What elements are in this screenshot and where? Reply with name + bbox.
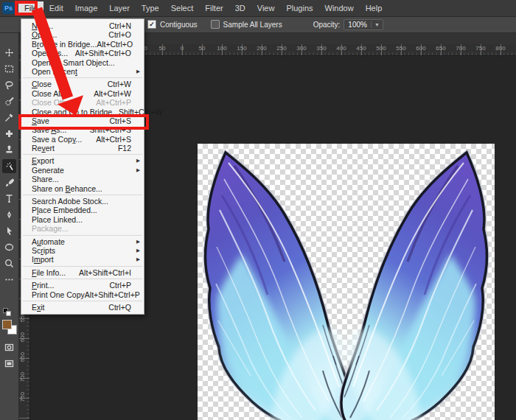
foreground-color-swatch[interactable] — [2, 320, 12, 329]
menu-item-open[interactable]: Open...Ctrl+O — [21, 30, 144, 39]
contiguous-checkbox[interactable]: ✓ Contiguous — [147, 20, 198, 29]
quick-mask-button[interactable] — [2, 340, 16, 354]
menu-item-print-one-copy[interactable]: Print One CopyAlt+Shift+Ctrl+P — [21, 290, 144, 299]
menu-item-open-as[interactable]: Open As...Alt+Shift+Ctrl+O — [21, 49, 144, 57]
menu-item-close-and-go-to-bridge[interactable]: Close and Go to Bridge...Shift+Ctrl+W — [21, 108, 144, 116]
menu-item-label: Automate — [21, 237, 144, 246]
menu-item-generate[interactable]: Generate▶ — [21, 166, 144, 175]
menu-item-label: Export — [21, 156, 144, 165]
menu-item-file-info[interactable]: File Info...Alt+Shift+Ctrl+I — [21, 268, 144, 277]
default-colors-icon[interactable] — [3, 308, 10, 315]
clone-stamp-tool[interactable] — [2, 143, 16, 157]
brush-tool[interactable] — [2, 175, 16, 189]
edit-toolbar-button[interactable] — [2, 273, 16, 287]
menu-item-save-a-copy[interactable]: Save a Copy...Alt+Ctrl+S — [21, 135, 144, 144]
type-tool[interactable] — [2, 192, 16, 206]
sample-all-layers-checkbox-box[interactable] — [211, 20, 220, 29]
tools-panel — [0, 32, 19, 420]
hruler-label: 350 — [314, 45, 329, 52]
path-selection-tool[interactable] — [2, 224, 16, 238]
menu-separator — [23, 301, 142, 301]
quickselect-icon — [4, 97, 14, 106]
lasso-tool[interactable] — [2, 78, 16, 92]
menu-item-print[interactable]: Print...Ctrl+P — [21, 281, 144, 290]
zoom-tool[interactable] — [2, 256, 16, 270]
magic-wand-tool[interactable] — [2, 159, 16, 173]
menu-item-search-adobe-stock[interactable]: Search Adobe Stock... — [21, 197, 144, 206]
menu-item-share-on-behance[interactable]: Share on Behance... — [21, 184, 144, 193]
menu-item-place-embedded[interactable]: Place Embedded... — [21, 206, 144, 214]
rectangular-marquee-tool[interactable] — [2, 62, 16, 76]
hruler-label: 300 — [294, 45, 309, 52]
menu-item-scripts[interactable]: Scripts▶ — [21, 246, 144, 255]
menu-item-browse-in-bridge[interactable]: Browse in Bridge...Alt+Ctrl+O — [21, 40, 144, 49]
menubar-item-window[interactable]: Window — [319, 1, 360, 15]
menu-item-share[interactable]: Share... — [21, 175, 144, 183]
menu-item-shortcut: Alt+Ctrl+S — [96, 135, 144, 144]
menubar-item-3d[interactable]: 3D — [229, 1, 251, 15]
menubar-item-layer[interactable]: Layer — [103, 1, 136, 15]
eyedropper-tool[interactable] — [2, 111, 16, 125]
menu-item-open-recent[interactable]: Open Recent▶ — [21, 67, 144, 76]
menu-separator — [23, 279, 142, 279]
menu-item-label: Search Adobe Stock... — [21, 197, 144, 206]
menubar-item-view[interactable]: View — [251, 1, 281, 15]
menu-item-label: Share on Behance... — [21, 184, 144, 193]
screen-mode-button[interactable] — [2, 357, 16, 371]
menu-item-place-linked[interactable]: Place Linked... — [21, 215, 144, 224]
menubar-item-plugins[interactable]: Plugins — [280, 1, 318, 15]
menu-item-close[interactable]: CloseCtrl+W — [21, 80, 144, 88]
sample-all-layers-checkbox[interactable]: Sample All Layers — [211, 20, 282, 29]
ellipse-tool[interactable] — [2, 240, 16, 254]
menu-bar: Ps FileEditImageLayerTypeSelectFilter3DV… — [0, 0, 516, 17]
sample-all-layers-label: Sample All Layers — [223, 21, 282, 29]
move-icon — [4, 48, 14, 57]
menu-item-label: Import — [21, 255, 144, 264]
menu-item-label: Generate — [21, 166, 144, 175]
menu-item-revert[interactable]: RevertF12 — [21, 144, 144, 153]
menu-item-label: New... — [21, 21, 109, 30]
menu-item-shortcut: Shift+Ctrl+S — [89, 125, 144, 134]
hruler-label: 100 — [215, 45, 229, 52]
quick-selection-tool[interactable] — [2, 94, 16, 108]
menu-item-label: Place Linked... — [21, 215, 144, 224]
contiguous-checkbox-box[interactable]: ✓ — [147, 20, 156, 29]
menubar-item-file[interactable]: File — [18, 1, 43, 15]
opacity-value-field[interactable]: 100% — [344, 20, 371, 29]
menu-item-save[interactable]: SaveCtrl+S — [21, 116, 144, 125]
opacity-dropdown-chevron-icon[interactable]: ▼ — [371, 21, 383, 28]
menubar-item-edit[interactable]: Edit — [43, 1, 69, 15]
menu-item-shortcut: Ctrl+O — [108, 30, 144, 39]
menu-item-save-as[interactable]: Save As...Shift+Ctrl+S — [21, 125, 144, 134]
menu-item-shortcut: Alt+Shift+Ctrl+I — [79, 268, 144, 277]
pen-tool[interactable] — [2, 208, 16, 222]
hruler-label: 50 — [195, 45, 209, 52]
menubar-item-image[interactable]: Image — [69, 1, 104, 15]
document-canvas[interactable] — [198, 144, 495, 420]
menu-item-label: Open As... — [21, 49, 75, 57]
spot-healing-brush-tool[interactable] — [2, 127, 16, 141]
menu-item-shortcut: Ctrl+W — [108, 80, 144, 88]
menu-item-shortcut: Ctrl+S — [110, 116, 144, 125]
menubar-item-help[interactable]: Help — [360, 1, 388, 15]
menu-item-automate[interactable]: Automate▶ — [21, 237, 144, 246]
hruler-label: 700 — [453, 45, 468, 52]
menubar-item-select[interactable]: Select — [165, 1, 200, 15]
menu-item-open-as-smart-object[interactable]: Open as Smart Object... — [21, 58, 144, 67]
menu-item-label: Share... — [21, 175, 144, 183]
menu-item-import[interactable]: Import▶ — [21, 255, 144, 264]
menu-item-close-others: Close OthersAlt+Ctrl+P — [21, 98, 144, 107]
hruler-label: 600 — [414, 45, 428, 52]
photoshop-logo[interactable]: Ps — [2, 2, 15, 14]
menu-separator — [23, 195, 142, 195]
hruler-label: 550 — [394, 45, 408, 52]
move-tool[interactable] — [2, 46, 16, 60]
menu-item-close-all[interactable]: Close AllAlt+Ctrl+W — [21, 89, 144, 98]
menu-item-export[interactable]: Export▶ — [21, 156, 144, 165]
menu-item-new[interactable]: New...Ctrl+N — [21, 21, 144, 30]
color-swatches[interactable] — [2, 320, 16, 334]
menu-item-exit[interactable]: ExitCtrl+Q — [21, 303, 144, 312]
menu-item-label: Package... — [21, 224, 144, 233]
menubar-item-filter[interactable]: Filter — [199, 1, 229, 15]
menubar-item-type[interactable]: Type — [136, 1, 165, 15]
